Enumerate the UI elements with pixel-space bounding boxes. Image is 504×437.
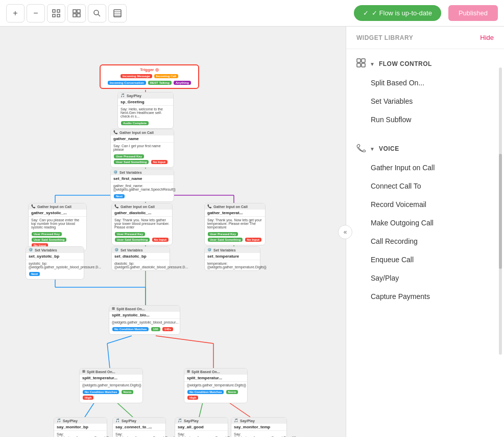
svg-rect-3 [57,14,60,17]
svg-rect-38 [357,59,361,62]
node-gather-systolic-header: 📞 Gather Input on Call [29,203,86,210]
tag-sspl1: No Condition Matches [112,327,149,331]
canvas[interactable]: Trigger ◎ Incoming Message Incoming Call… [0,27,346,437]
tag-gt1: User Pressed Key [208,232,238,236]
node-say-monitor-bp[interactable]: 🎵 Say/Play say_monitor_bp Say: {{widgets… [54,417,107,437]
node-gather-name-tag2: User Said Something [114,160,149,164]
widget-panel-header: WIDGET LIBRARY Hide [346,27,504,49]
node-sp-greeting-tag: Audio Complete [121,121,149,125]
svg-line-30 [107,336,132,343]
node-say-connect-header: 🎵 Say/Play [113,418,165,424]
collapse-panel-button[interactable]: « [338,225,352,239]
tag-gd3: No Input [152,238,169,242]
widget-item-say-play[interactable]: Say/Play [346,269,504,287]
widget-item-connect-call[interactable]: Connect Call To [346,177,504,195]
widget-item-record-voicemail[interactable]: Record Voicemail [346,195,504,214]
node-gather-diastolic-title: gather_diastolic_... [112,210,172,216]
subtract-button[interactable]: − [27,4,45,22]
node-say-connect-to[interactable]: 🎵 Say/Play say_connect_to_... Say: {{wid… [112,417,166,437]
svg-rect-1 [57,10,60,12]
node-set-temperature[interactable]: ⚙️ Set Variables set_temperature tempera… [204,246,260,271]
node-split-temp2[interactable]: ⊞ Split Based On... split_temperatur... … [184,368,248,403]
node-say-all-good-body: Say: {{widgets.gather_name.SpeechResult}… [175,430,228,437]
trigger-tags: Incoming Message Incoming Call Incoming … [104,74,195,86]
node-split-systolic[interactable]: ⊞ Split Based On... split_systolic_blo..… [109,305,180,335]
widget-item-set-variables[interactable]: Set Variables [346,92,504,110]
node-set-systolic[interactable]: ⚙️ Set Variables set_systolic_bp systoli… [26,246,84,280]
flow-control-label: FLOW CONTROL [379,60,432,67]
grid-view-button[interactable] [67,4,86,22]
widget-panel: « WIDGET LIBRARY Hide ▼ FLOW CONTROL S [346,27,504,437]
tag-st1b: Norm [122,390,134,394]
trigger-tag-incoming-call: Incoming Call [154,74,178,78]
node-set-diastolic[interactable]: ⚙️ Set Variables set_diastolic_bp diasto… [111,246,170,271]
node-gather-diastolic-header: 📞 Gather Input on Call [112,203,172,210]
node-say-monitor-temp-body: Say: {{widgets.gather_name.SpeechResult}… [231,430,286,437]
fit-button[interactable] [47,4,65,22]
node-gather-systolic[interactable]: 📞 Gather Input on Call gather_systolic_.… [28,203,87,251]
node-set-first-name-body: gather_first_name: {{widgets.gather_name… [111,182,174,193]
tag-gs1: User Pressed Key [32,232,62,236]
node-gather-diastolic[interactable]: 📞 Gather Input on Call gather_diastolic_… [111,203,173,245]
voice-section-header[interactable]: ▼ VOICE [346,139,504,158]
node-set-diastolic-title: set_diastolic_bp [112,253,170,260]
toolbar: + − ✓ ✓ Flow is up-to- [0,0,504,27]
hide-panel-button[interactable]: Hide [480,34,494,41]
node-say-all-good[interactable]: 🎵 Say/Play say_all_good Say: {{widgets.g… [175,417,228,437]
node-gather-temperature[interactable]: 📞 Gather Input on Call gather_temperat..… [204,203,266,245]
flow-control-section: ▼ FLOW CONTROL Split Based On... Set Var… [346,49,504,134]
node-say-all-good-header: 🎵 Say/Play [175,418,228,424]
scrollbar-track[interactable] [499,67,502,355]
node-split-temp1-header: ⊞ Split Based On... [80,369,142,375]
trigger-node[interactable]: Trigger ◎ Incoming Message Incoming Call… [100,64,199,89]
widget-item-split-based-on[interactable]: Split Based On... [346,74,504,92]
svg-rect-5 [77,10,80,13]
node-split-temp1[interactable]: ⊞ Split Based On... split_temperatur... … [79,368,143,403]
voice-arrow: ▼ [370,146,375,152]
trigger-header: Trigger ◎ [104,67,195,72]
flow-control-section-header[interactable]: ▼ FLOW CONTROL [346,54,504,74]
node-say-monitor-bp-body: Say: {{widgets.gather_name.SpeechResult}… [54,430,107,437]
widget-item-capture-payments[interactable]: Capture Payments [346,287,504,306]
widget-item-call-recording[interactable]: Call Recording [346,232,504,250]
table-button[interactable] [108,4,127,22]
svg-rect-39 [362,59,365,62]
flow-control-icon [356,58,366,70]
node-sp-greeting[interactable]: 🎵 Say/Play sp_Greeting Say: Hello, welco… [117,92,174,129]
published-button[interactable]: Published [448,5,498,21]
widget-item-enqueue-call[interactable]: Enqueue Call [346,250,504,269]
node-gather-temp-header: 📞 Gather Input on Call [205,203,265,210]
flow-status-button[interactable]: ✓ ✓ Flow is up-to-date [354,5,441,21]
node-split-temp1-title: split_temperatur... [80,375,142,381]
voice-icon [356,143,366,154]
node-say-monitor-temp-title: say_monitor_temp [231,424,286,430]
node-say-connect-body: Say: {{widgets.gather_name.SpeechResult}… [113,430,165,437]
tag-st2a: No Condition Matches [187,390,224,394]
node-gather-name-header: 📞 Gather Input on Call [111,129,174,135]
svg-rect-41 [362,63,365,67]
node-say-monitor-temp[interactable]: 🎵 Say/Play say_monitor_temp Say: {{widge… [231,417,287,437]
tag-ssb: Next [29,272,40,276]
flow-control-arrow: ▼ [370,61,375,67]
node-split-temp2-body: {{widgets.gather_temperature.Digits}} [184,381,247,388]
widget-item-run-subflow[interactable]: Run Subflow [346,110,504,129]
svg-rect-0 [53,10,55,12]
node-set-systolic-body: systolic_bp: {{widgets.gather_systolic_b… [26,260,84,270]
tag-st2b: Norm [226,390,238,394]
search-button[interactable] [88,4,106,22]
widget-item-make-outgoing-call[interactable]: Make Outgoing Call [346,214,504,232]
scrollbar-thumb[interactable] [499,154,502,269]
node-split-systolic-title: split_systolic_blo... [109,312,180,318]
node-gather-temp-body: Say: Thank you. Now lets get your temper… [205,216,265,231]
checkmark-icon: ✓ [363,9,369,17]
voice-label: VOICE [379,145,399,152]
tag-sspl2: 100 [151,327,160,331]
node-gather-name[interactable]: 📞 Gather Input on Call gather_name Say: … [110,129,174,168]
add-button[interactable]: + [6,4,25,22]
node-set-first-name[interactable]: ⚙️ Set Variables set_first_name gather_f… [110,169,174,202]
svg-rect-6 [73,14,76,17]
node-split-systolic-body: {{widgets.gather_systolic_blood_pressur.… [109,318,180,326]
tag-gd1: User Pressed Key [115,232,145,236]
tag-gs2: User Said Something [32,238,66,242]
widget-item-gather-input[interactable]: Gather Input on Call [346,158,504,177]
